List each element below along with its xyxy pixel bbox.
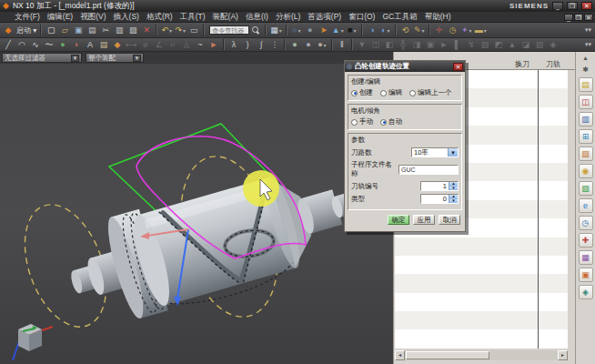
sphere-tool-2-icon[interactable]: ● <box>302 39 315 51</box>
mill-op-13-icon[interactable]: ◪ <box>519 39 532 51</box>
column-toolpath[interactable]: 刀轨 <box>532 59 563 69</box>
maximize-button[interactable]: ❐ <box>567 2 578 10</box>
menu-p[interactable]: 首选项(P) <box>304 12 345 23</box>
process-studio-icon[interactable]: ✚ <box>579 233 593 248</box>
menu-e[interactable]: 编辑(E) <box>44 12 76 23</box>
command-finder-input[interactable] <box>209 25 249 35</box>
datum-axis-icon[interactable]: ✛ <box>433 25 446 36</box>
spline-icon[interactable]: ∿ <box>29 39 42 51</box>
menu-o[interactable]: 窗口(O) <box>345 12 378 23</box>
navigator-row[interactable] <box>395 274 568 292</box>
menu-a[interactable]: 装配(A) <box>209 12 242 23</box>
delete-icon[interactable]: ✕ <box>140 25 153 36</box>
path-number-stepper[interactable]: 1 ▲▼ <box>420 181 459 191</box>
lambda-tool-icon[interactable]: λ <box>227 39 240 51</box>
dim-radial-icon[interactable]: ⌀ <box>139 39 152 51</box>
nx-app-icon[interactable]: ◆ <box>2 25 15 36</box>
point-icon[interactable]: ◆ <box>111 39 124 51</box>
pause-icon[interactable]: ‖ <box>336 39 348 51</box>
circle-icon[interactable]: ● <box>56 39 69 51</box>
spin-down-icon[interactable]: ▼ <box>449 187 458 191</box>
menu-gc[interactable]: GC工具箱 <box>378 12 420 23</box>
cut-icon[interactable]: ✂ <box>99 25 112 36</box>
dialog-close-icon[interactable]: ✕ <box>453 63 463 71</box>
navigator-row[interactable] <box>395 238 568 256</box>
menu-l[interactable]: 分析(L) <box>272 12 304 23</box>
orient-view-icon[interactable]: ➤ <box>318 25 330 36</box>
doc-minimize-button[interactable]: _ <box>564 14 573 21</box>
menu-s[interactable]: 插入(S) <box>110 12 143 23</box>
ok-button[interactable]: 确定 <box>388 215 409 225</box>
type-stepper[interactable]: 0 ▲▼ <box>420 194 459 204</box>
undo-icon[interactable]: ↶▾ <box>160 25 173 36</box>
operation-navigator-icon[interactable]: ⊞ <box>579 129 593 144</box>
navigator-row[interactable] <box>395 329 568 348</box>
radio-自动[interactable]: 自动 <box>380 117 402 126</box>
manufacturing-finder-icon[interactable]: ▦ <box>579 250 593 265</box>
minimize-button[interactable]: _ <box>552 2 563 10</box>
roles-icon[interactable]: ▣ <box>579 268 593 282</box>
curve-fit-icon[interactable]: ~ <box>194 39 207 51</box>
render-style-icon[interactable]: ■▾ <box>346 25 358 36</box>
note-icon[interactable]: ▤ <box>97 39 110 51</box>
open-file-icon[interactable]: ▱ <box>58 25 71 36</box>
shaded-view-icon[interactable]: ■▾ <box>290 25 303 36</box>
mill-op-9-icon[interactable]: ↯ <box>465 39 478 51</box>
new-file-icon[interactable]: ▢ <box>45 25 57 36</box>
mill-op-8-icon[interactable]: ▌ <box>451 39 464 51</box>
wireframe-view-icon[interactable]: ● <box>304 25 317 36</box>
update-display-icon[interactable]: ⟲ <box>399 25 412 36</box>
cancel-button[interactable]: 取消 <box>439 215 460 225</box>
mill-op-2-icon[interactable]: ◫ <box>369 39 382 51</box>
navigator-row[interactable] <box>395 311 568 329</box>
navigator-row[interactable] <box>395 256 568 274</box>
system-scenes-icon[interactable]: ◈ <box>579 285 593 299</box>
scroll-right-icon[interactable]: ▸ <box>558 350 568 360</box>
selection-filter-dropdown[interactable]: 无选择过滤器▼ <box>2 53 82 63</box>
menu-f[interactable]: 文件(F) <box>11 12 44 23</box>
print-icon[interactable]: ▤ <box>86 25 98 36</box>
sketch-icon[interactable]: ✎▾ <box>413 25 426 36</box>
radio-编辑上一个[interactable]: 编辑上一个 <box>409 88 452 97</box>
sphere-tool-1-icon[interactable]: ● <box>288 39 301 51</box>
arc-icon[interactable]: ◠ <box>15 39 28 51</box>
screenshot-icon[interactable]: ▭ <box>187 25 200 36</box>
flag-icon[interactable]: ► <box>207 39 220 51</box>
radio-创建[interactable]: 创建 <box>351 88 373 97</box>
scroll-left-icon[interactable]: ◂ <box>395 350 405 360</box>
passes-dropdown[interactable]: 10率 ▼ <box>411 147 459 157</box>
dim-chain-icon[interactable]: ⌗ <box>166 39 179 51</box>
close-button[interactable]: ✕ <box>581 2 592 10</box>
save-icon[interactable]: ▣ <box>72 25 85 36</box>
toolbar-overflow-icon[interactable]: ▾▾ <box>585 26 593 34</box>
move-body-icon[interactable]: ◐▾ <box>379 25 392 36</box>
measure-icon[interactable]: ◷ <box>447 25 459 36</box>
scrollbar-thumb[interactable] <box>406 351 489 359</box>
rotate-body-icon[interactable]: ◑ <box>366 25 378 36</box>
mill-op-6-icon[interactable]: ▣ <box>424 39 437 51</box>
doc-restore-button[interactable]: ❐ <box>574 14 583 21</box>
menu-t[interactable]: 工具(T) <box>176 12 209 23</box>
mill-op-14-icon[interactable]: ▧ <box>533 39 546 51</box>
mill-op-7-icon[interactable]: ► <box>438 39 450 51</box>
menu-v[interactable]: 视图(V) <box>76 12 109 23</box>
copy-icon[interactable]: ▥ <box>113 25 126 36</box>
annotation-icon[interactable]: ◬ <box>180 39 193 51</box>
assembly-navigator-icon[interactable]: ▤ <box>579 77 593 92</box>
line-icon[interactable]: ╱ <box>2 39 15 51</box>
window-layout-icon[interactable]: ▦▾ <box>269 25 283 36</box>
navigator-horizontal-scrollbar[interactable]: ◂ ▸ <box>395 350 568 360</box>
subprogram-name-field[interactable] <box>398 165 459 175</box>
ruler-icon[interactable]: ▬▾ <box>474 25 488 36</box>
selection-scope-dropdown[interactable]: 整个装配▼ <box>86 53 144 63</box>
redo-icon[interactable]: ↷▾ <box>174 25 187 36</box>
spin-down-icon[interactable]: ▼ <box>449 199 458 204</box>
radio-编辑[interactable]: 编辑 <box>380 88 402 97</box>
web-browser-icon[interactable]: e <box>579 198 593 213</box>
menu-r[interactable]: 格式(R) <box>143 12 176 23</box>
part-tools-icon[interactable]: ✦▾ <box>460 25 473 36</box>
search-icon[interactable] <box>250 25 260 35</box>
radio-手动[interactable]: 手动 <box>351 117 373 126</box>
snap-view-icon[interactable]: ▲▾ <box>331 25 345 36</box>
constraint-navigator-icon[interactable]: ◫ <box>579 95 593 109</box>
